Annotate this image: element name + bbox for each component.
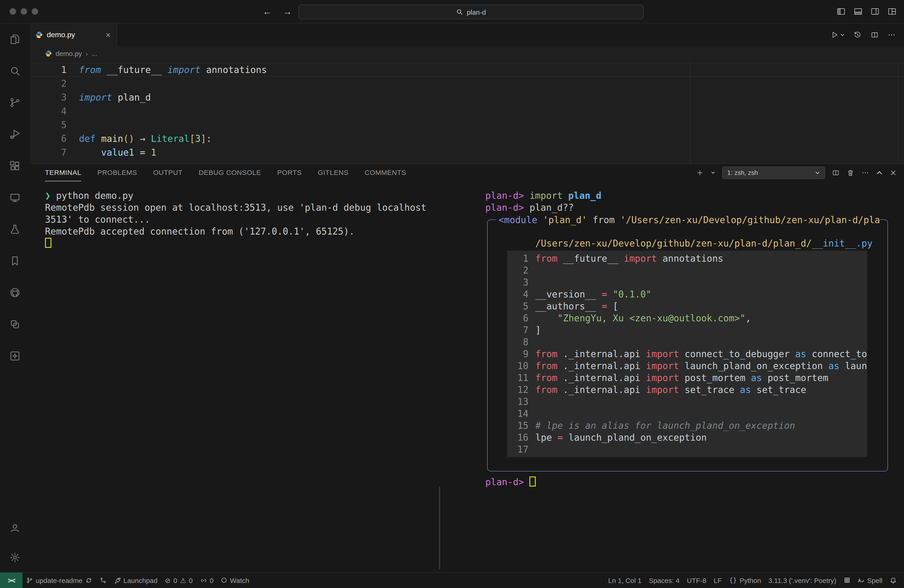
chevron-down-icon xyxy=(840,33,845,37)
testing-icon[interactable] xyxy=(0,213,30,245)
spell-checker-item[interactable]: Spell xyxy=(854,572,886,588)
settings-gear-icon[interactable] xyxy=(0,542,30,572)
breadcrumb[interactable]: demo.py › ... xyxy=(30,46,904,61)
minimize-window-button[interactable] xyxy=(21,8,27,15)
git-branch-item[interactable]: update-readme xyxy=(22,572,96,588)
spell-label: Spell xyxy=(867,576,882,584)
toggle-primary-sidebar-icon[interactable] xyxy=(836,7,846,16)
python-icon xyxy=(45,50,52,57)
line-number: 3 xyxy=(30,90,79,104)
terminal-shell-selector[interactable]: 1: zsh, zsh xyxy=(722,166,825,179)
git-branch-icon xyxy=(26,577,33,584)
new-terminal-dropdown-icon[interactable] xyxy=(711,170,715,175)
explorer-icon[interactable] xyxy=(0,24,30,55)
encoding: UTF-8 xyxy=(687,576,706,584)
editor-line: 2 xyxy=(30,77,904,90)
terminal-scrollbar-thumb[interactable] xyxy=(439,487,440,569)
errors-icon: ⊘ xyxy=(165,577,171,584)
live-share-icon[interactable] xyxy=(0,308,30,340)
repl-code-line: 17 xyxy=(507,443,867,455)
panel-tab-problems[interactable]: PROBLEMS xyxy=(97,164,137,181)
eol-item[interactable]: LF xyxy=(710,572,725,588)
terminal-left-pane[interactable]: ❯ python demo.pyRemotePdb session open a… xyxy=(45,190,435,249)
terminal-right-pane[interactable]: plan-d> import plan_dplan-d> plan_d?? <m… xyxy=(485,190,904,572)
bookmarks-icon[interactable] xyxy=(0,245,30,277)
launchpad-item[interactable]: Launchpad xyxy=(110,572,161,588)
split-editor-icon[interactable] xyxy=(871,31,879,39)
panel-tab-gitlens[interactable]: GITLENS xyxy=(318,164,348,181)
kill-terminal-trash-icon[interactable] xyxy=(847,169,854,177)
new-terminal-icon[interactable] xyxy=(696,169,704,177)
line-number: 2 xyxy=(30,77,79,90)
line-number: 5 xyxy=(507,300,535,312)
cursor-position-item[interactable]: Ln 1, Col 1 xyxy=(605,572,645,588)
panel-tab-ports[interactable]: PORTS xyxy=(277,164,302,181)
remote-indicator[interactable]: >< xyxy=(0,572,22,588)
line-number: 13 xyxy=(507,396,535,408)
command-center-search[interactable]: plan-d xyxy=(299,5,644,19)
line-number: 1 xyxy=(30,63,79,77)
ports-count: 0 xyxy=(210,576,213,584)
watch-item[interactable]: Watch xyxy=(217,572,253,588)
panel-tab-terminal[interactable]: TERMINAL xyxy=(45,164,81,181)
toggle-secondary-sidebar-icon[interactable] xyxy=(871,7,880,16)
bell-icon xyxy=(890,577,897,584)
customize-layout-icon[interactable] xyxy=(887,7,897,16)
go-forward-button[interactable]: → xyxy=(283,6,292,17)
github-icon[interactable] xyxy=(0,277,30,308)
line-number: 16 xyxy=(507,432,535,443)
zoom-window-button[interactable] xyxy=(32,8,38,15)
run-python-file-button[interactable] xyxy=(831,31,845,39)
close-window-button[interactable] xyxy=(9,8,16,15)
notifications-item[interactable] xyxy=(886,572,900,588)
panel-tab-output[interactable]: OUTPUT xyxy=(153,164,182,181)
shell-selector-value: 1: zsh, zsh xyxy=(727,169,758,176)
extensions-icon[interactable] xyxy=(0,150,30,182)
tab-label: demo.py xyxy=(47,31,75,39)
language-mode-item[interactable]: {} Python xyxy=(725,572,765,588)
accounts-icon[interactable] xyxy=(0,513,30,542)
maximize-panel-icon[interactable] xyxy=(876,169,883,176)
broadcast-icon xyxy=(200,577,207,584)
terminal-area[interactable]: ❯ python demo.pyRemotePdb session open a… xyxy=(30,181,904,572)
branch-name: update-readme xyxy=(36,576,82,584)
language-mode: Python xyxy=(740,576,761,584)
panel-more-actions-icon[interactable] xyxy=(861,169,869,177)
table-icon-item[interactable] xyxy=(840,572,854,588)
close-panel-icon[interactable] xyxy=(890,169,897,176)
toggle-panel-icon[interactable] xyxy=(853,7,863,16)
remote-indicator-label: >< xyxy=(8,576,15,585)
encoding-item[interactable]: UTF-8 xyxy=(683,572,710,588)
more-actions-icon[interactable] xyxy=(887,31,896,39)
git-compare-item[interactable] xyxy=(96,572,110,588)
repl-code-line: 5__authors__ = [ xyxy=(507,300,867,312)
code-editor[interactable]: 1from __future__ import annotations23imp… xyxy=(30,61,904,163)
repl-code-line: 10from ._internal.api import launch_plan… xyxy=(507,360,867,372)
breadcrumb-file[interactable]: demo.py xyxy=(55,50,82,57)
indentation-item[interactable]: Spaces: 4 xyxy=(645,572,683,588)
search-icon[interactable] xyxy=(0,55,30,87)
close-tab-icon[interactable] xyxy=(105,32,111,38)
problems-item[interactable]: ⊘ 0 ⚠ 0 xyxy=(161,572,196,588)
python-interpreter-item[interactable]: 3.11.3 ('.venv': Poetry) xyxy=(765,572,840,588)
repl-prompt-line[interactable]: plan-d> xyxy=(485,476,904,488)
terminal-line: RemotePdb session open at localhost:3513… xyxy=(45,202,435,213)
remote-explorer-icon[interactable] xyxy=(0,182,30,213)
tab-demo-py[interactable]: demo.py xyxy=(30,24,117,46)
run-and-debug-icon[interactable] xyxy=(0,119,30,150)
go-back-button[interactable]: ← xyxy=(262,6,272,17)
editor-scrollbar[interactable] xyxy=(898,61,904,163)
editor-line: 4 xyxy=(30,104,904,118)
split-terminal-icon[interactable] xyxy=(832,169,840,177)
timeline-history-icon[interactable] xyxy=(853,31,862,39)
panel-tab-debug-console[interactable]: DEBUG CONSOLE xyxy=(199,164,261,181)
source-control-icon[interactable] xyxy=(0,87,30,119)
braces-icon: {} xyxy=(729,577,737,584)
terminal-line: RemotePdb accepted connection from ('127… xyxy=(45,225,435,237)
breadcrumb-more[interactable]: ... xyxy=(92,50,97,57)
terminal-line: 3513' to connect... xyxy=(45,213,435,225)
repl-code-line: 6 "ZhengYu, Xu <zen-xu@outlook.com>", xyxy=(507,312,867,324)
ports-item[interactable]: 0 xyxy=(196,572,217,588)
panel-tab-comments[interactable]: COMMENTS xyxy=(365,164,406,181)
dev-containers-icon[interactable] xyxy=(0,340,30,372)
